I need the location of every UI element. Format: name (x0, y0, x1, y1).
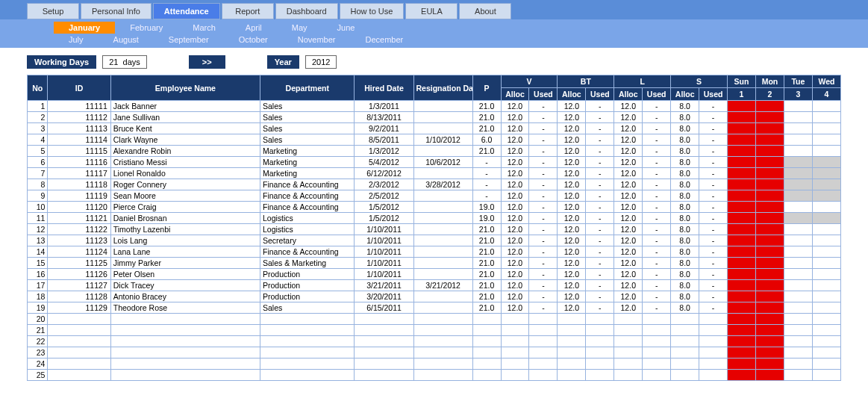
cell-day-3[interactable] (784, 179, 812, 190)
month-october[interactable]: October (224, 34, 283, 46)
cell-l_u[interactable]: - (643, 269, 671, 280)
cell-p[interactable]: 6.0 (472, 134, 501, 146)
cell-name[interactable]: Bruce Kent (110, 123, 260, 134)
cell-s_a[interactable]: 8.0 (671, 302, 699, 314)
cell-name[interactable]: Sean Moore (110, 190, 260, 202)
cell-hired[interactable] (355, 347, 413, 359)
cell-hired[interactable]: 1/10/2011 (355, 246, 413, 258)
cell-day-4[interactable] (812, 134, 840, 146)
cell-day-3[interactable] (784, 291, 812, 302)
cell-dept[interactable] (260, 314, 355, 325)
cell-s_a[interactable]: 8.0 (671, 235, 699, 246)
cell-bt_u[interactable]: - (586, 246, 614, 258)
cell-day-1[interactable] (728, 202, 756, 213)
cell-day-4[interactable] (812, 123, 840, 134)
cell-id[interactable]: 11111 (48, 101, 110, 112)
cell-bt_a[interactable]: 12.0 (558, 157, 586, 168)
cell-v_u[interactable]: - (529, 202, 558, 213)
cell-s_u[interactable]: - (699, 291, 728, 302)
cell-day-1[interactable] (728, 146, 756, 157)
cell-v_a[interactable]: 12.0 (501, 101, 529, 112)
cell-bt_a[interactable] (558, 336, 586, 347)
cell-s_u[interactable]: - (699, 202, 728, 213)
cell-l_u[interactable]: - (643, 202, 671, 213)
cell-l_u[interactable]: - (643, 134, 671, 146)
cell-l_u[interactable] (643, 314, 671, 325)
cell-day-3[interactable] (784, 224, 812, 235)
cell-bt_a[interactable]: 12.0 (558, 302, 586, 314)
cell-bt_u[interactable]: - (586, 112, 614, 123)
cell-v_u[interactable]: - (529, 112, 558, 123)
table-row[interactable]: 1611126Peter OlsenProduction1/10/201121.… (28, 269, 841, 280)
table-row[interactable]: 311113Bruce KentSales9/2/201121.012.0-12… (28, 123, 841, 134)
cell-day-1[interactable] (728, 347, 756, 359)
cell-hired[interactable]: 1/10/2011 (355, 235, 413, 246)
cell-day-3[interactable] (784, 269, 812, 280)
cell-day-1[interactable] (728, 280, 756, 291)
cell-s_a[interactable]: 8.0 (671, 112, 699, 123)
cell-day-2[interactable] (756, 190, 784, 202)
cell-s_u[interactable]: - (699, 157, 728, 168)
cell-name[interactable] (110, 314, 260, 325)
cell-hired[interactable]: 1/3/2012 (355, 146, 413, 157)
cell-l_u[interactable] (643, 336, 671, 347)
cell-day-4[interactable] (812, 235, 840, 246)
cell-hired[interactable]: 2/5/2012 (355, 190, 413, 202)
cell-resig[interactable] (413, 314, 472, 325)
cell-name[interactable]: Theodore Rose (110, 302, 260, 314)
cell-day-1[interactable] (728, 168, 756, 179)
cell-dept[interactable]: Production (260, 291, 355, 302)
cell-bt_a[interactable] (558, 359, 586, 370)
cell-bt_u[interactable]: - (586, 101, 614, 112)
cell-name[interactable]: Timothy Lazenbi (110, 224, 260, 235)
cell-day-3[interactable] (784, 101, 812, 112)
cell-no[interactable]: 15 (28, 258, 48, 269)
cell-id[interactable]: 11117 (48, 168, 110, 179)
cell-bt_u[interactable]: - (586, 302, 614, 314)
tab-attendance[interactable]: Attendance (153, 3, 220, 19)
cell-v_u[interactable]: - (529, 235, 558, 246)
cell-no[interactable]: 17 (28, 280, 48, 291)
cell-p[interactable]: - (472, 179, 501, 190)
cell-dept[interactable] (260, 370, 355, 381)
cell-no[interactable]: 21 (28, 325, 48, 336)
cell-day-4[interactable] (812, 168, 840, 179)
cell-id[interactable]: 11114 (48, 134, 110, 146)
cell-l_a[interactable]: 12.0 (614, 246, 643, 258)
cell-p[interactable]: 19.0 (472, 202, 501, 213)
cell-id[interactable]: 11119 (48, 190, 110, 202)
cell-s_a[interactable]: 8.0 (671, 168, 699, 179)
month-june[interactable]: June (322, 22, 370, 34)
cell-s_a[interactable]: 8.0 (671, 280, 699, 291)
cell-s_a[interactable]: 8.0 (671, 202, 699, 213)
cell-resig[interactable] (413, 112, 472, 123)
cell-id[interactable]: 11127 (48, 280, 110, 291)
cell-name[interactable]: Roger Connery (110, 179, 260, 190)
cell-bt_u[interactable]: - (586, 134, 614, 146)
cell-day-2[interactable] (756, 269, 784, 280)
month-september[interactable]: September (154, 34, 224, 46)
cell-bt_u[interactable] (586, 359, 614, 370)
cell-s_u[interactable] (699, 370, 728, 381)
cell-s_a[interactable]: 8.0 (671, 123, 699, 134)
cell-day-2[interactable] (756, 146, 784, 157)
cell-dept[interactable]: Production (260, 280, 355, 291)
cell-v_a[interactable]: 12.0 (501, 157, 529, 168)
cell-day-2[interactable] (756, 202, 784, 213)
cell-s_u[interactable]: - (699, 168, 728, 179)
cell-bt_u[interactable]: - (586, 146, 614, 157)
cell-hired[interactable]: 1/3/2011 (355, 101, 413, 112)
cell-name[interactable]: Jane Sullivan (110, 112, 260, 123)
cell-v_a[interactable]: 12.0 (501, 280, 529, 291)
cell-dept[interactable]: Sales (260, 123, 355, 134)
cell-day-4[interactable] (812, 179, 840, 190)
cell-s_a[interactable]: 8.0 (671, 190, 699, 202)
cell-hired[interactable] (355, 336, 413, 347)
cell-hired[interactable] (355, 314, 413, 325)
cell-l_a[interactable] (614, 314, 643, 325)
month-july[interactable]: July (54, 34, 99, 46)
table-row[interactable]: 23 (28, 347, 841, 359)
cell-day-4[interactable] (812, 370, 840, 381)
cell-dept[interactable]: Finance & Accounting (260, 190, 355, 202)
cell-l_a[interactable] (614, 370, 643, 381)
